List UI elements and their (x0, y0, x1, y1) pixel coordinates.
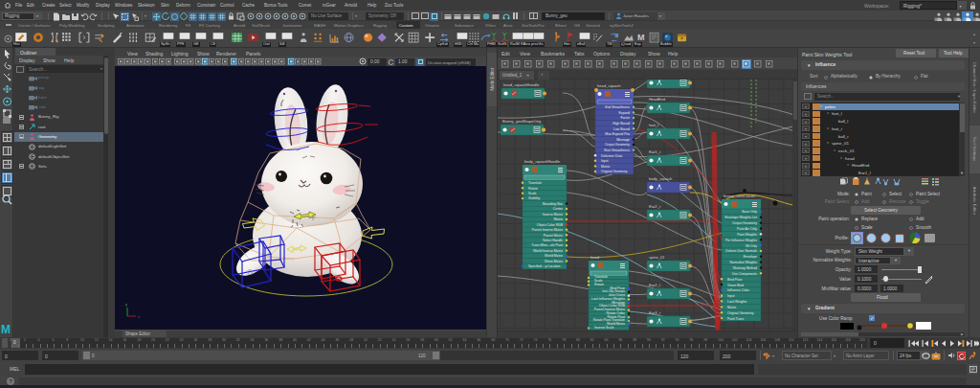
svg-text:Inverse Scale: Inverse Scale (594, 326, 614, 330)
svg-text:Translate: Translate (528, 181, 542, 185)
svg-text:Ear2_l: Ear2_l (649, 283, 660, 287)
svg-text:Expand: Expand (619, 111, 631, 115)
svg-text:World Matrix: World Matrix (545, 254, 563, 258)
svg-text:Matrix: Matrix (601, 165, 611, 169)
svg-text:Message: Message (616, 138, 630, 142)
svg-text:Scale: Scale (528, 192, 537, 195)
svg-text:High Bound: High Bound (612, 122, 630, 126)
svg-text:Factor: Factor (620, 116, 630, 120)
svg-text:Specified ...p Location: Specified ...p Location (528, 264, 560, 268)
svg-text:Geom Bind: Geom Bind (727, 284, 744, 287)
svg-text:Original Geometry: Original Geometry (601, 170, 628, 173)
svg-text:Low Bound: Low Bound (613, 127, 630, 131)
svg-text:Inverse Matrix: Inverse Matrix (543, 213, 564, 217)
svg-text:Matrix: Matrix (554, 217, 564, 221)
svg-text:Wt Only: Wt Only (746, 244, 757, 248)
svg-text:body_squash: body_squash (649, 176, 673, 181)
svg-text:Influence Color: Influence Color (727, 288, 750, 292)
svg-text:Normalize Weights: Normalize Weights (730, 261, 758, 264)
svg-text:spine_01: spine_01 (649, 255, 665, 260)
svg-text:Paint Weights: Paint Weights (737, 233, 757, 237)
svg-text:Ear2_r: Ear2_r (649, 204, 661, 209)
svg-text:Xform Matrix: Xform Matrix (545, 260, 564, 263)
svg-text:Deformer Data: Deformer Data (601, 154, 622, 158)
svg-text:Ear1_r: Ear1_r (649, 149, 661, 154)
svg-text:Start Smoothness: Start Smoothness (604, 148, 630, 152)
svg-text:World Inverse Matrix: World Inverse Matrix (533, 249, 563, 253)
svg-text:Rotate: Rotate (594, 283, 604, 286)
svg-text:foot_l: foot_l (649, 123, 658, 127)
svg-text:Output Geometry: Output Geometry (605, 143, 630, 147)
svg-text:Object Color RGB: Object Color RGB (537, 223, 564, 227)
svg-text:?: ? (9, 378, 12, 384)
svg-text:Lock Weights: Lock Weights (727, 300, 747, 304)
svg-text:y: y (125, 302, 127, 307)
svg-text:Bind Pose: Bind Pose (727, 278, 743, 282)
svg-text:Use Components: Use Components (732, 272, 758, 276)
svg-text:Paint Arr Only: Paint Arr Only (737, 227, 757, 231)
svg-text:Output Geometry: Output Geometry (732, 221, 757, 225)
svg-text:Bounding Box: Bounding Box (543, 202, 563, 206)
svg-text:Ear3_r: Ear3_r (649, 310, 661, 315)
svg-text:Select Handle: Select Handle (543, 239, 563, 242)
svg-text:bunny_skinCluster: bunny_skinCluster (724, 194, 756, 198)
svg-text:Rotate: Rotate (528, 187, 538, 191)
svg-text:Deform User Normals: Deform User Normals (725, 249, 757, 253)
svg-text:Max Expand Pos: Max Expand Pos (605, 132, 630, 136)
svg-text:head_squashHandle: head_squashHandle (503, 82, 540, 87)
svg-text:head: head (590, 255, 600, 260)
svg-text:Center: Center (553, 207, 564, 211)
svg-text:Paint Trans: Paint Trans (727, 317, 744, 321)
svg-text:Visibility: Visibility (528, 196, 540, 200)
svg-text:Input: Input (601, 159, 609, 163)
svg-text:Per Influence Weights: Per Influence Weights (725, 239, 757, 242)
svg-text:Envelope: Envelope (744, 255, 757, 259)
svg-text:Skinning Method: Skinning Method (733, 266, 757, 270)
svg-text:Trans Minu...ale Pivot: Trans Minu...ale Pivot (531, 243, 563, 247)
svg-text:Base Only: Base Only (742, 210, 757, 214)
svg-text:body_squashHandle: body_squashHandle (524, 159, 561, 164)
svg-text:M: M (637, 33, 645, 42)
svg-text:Input: Input (727, 294, 735, 298)
svg-text:Parent Inverse Matrix: Parent Inverse Matrix (532, 228, 564, 232)
svg-text:Envelope Weights List: Envelope Weights List (725, 216, 758, 219)
svg-text:Original Geometry: Original Geometry (727, 311, 754, 315)
svg-text:HeadEnd: HeadEnd (649, 97, 666, 102)
svg-text:head_squash: head_squash (597, 83, 621, 88)
svg-text:x: x (138, 314, 140, 319)
svg-text:End Smoothness: End Smoothness (605, 105, 630, 109)
svg-text:Bunny_geoShapeOrig: Bunny_geoShapeOrig (502, 119, 542, 124)
svg-text:Parent Matrix: Parent Matrix (544, 234, 563, 238)
svg-text:Matrix: Matrix (727, 306, 737, 309)
